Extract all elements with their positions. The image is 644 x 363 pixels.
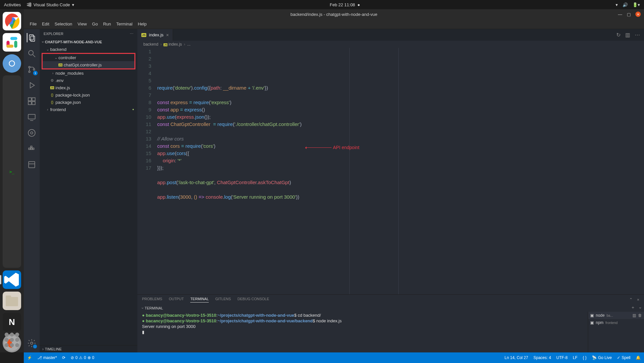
vscode-window: backend/index.js - chatgpt-with-node-and… <box>24 9 644 352</box>
tab-close[interactable]: × <box>166 33 169 37</box>
sb-sync[interactable]: ⟳ <box>62 355 65 360</box>
activity-explorer[interactable] <box>27 33 36 42</box>
battery-icon[interactable]: 🔋▾ <box>632 2 640 7</box>
activity-settings[interactable]: 1 <box>27 339 36 348</box>
timeline-header[interactable]: TIMELINE <box>40 345 137 352</box>
editor-group: JS index.js × ↻ ▥ ⋯ backend›JSindex.js›.… <box>137 29 644 352</box>
menu-help[interactable]: Help <box>135 21 149 26</box>
dock-files[interactable] <box>3 292 21 310</box>
activity-database[interactable] <box>27 160 36 169</box>
terminal-item-npm[interactable]: ▣npmfrontend <box>588 319 644 326</box>
activity-search[interactable] <box>27 49 36 58</box>
svg-rect-22 <box>28 101 31 104</box>
svg-rect-21 <box>32 98 35 101</box>
activity-gitlens[interactable] <box>27 128 36 138</box>
sb-lang[interactable]: { } <box>583 355 587 360</box>
panel-tab-problems[interactable]: PROBLEMS <box>142 297 162 302</box>
panel-maximize[interactable]: ⌃ <box>629 297 633 302</box>
activity-extensions[interactable] <box>27 97 36 106</box>
status-bar: ⚡ ⎇ master* ⟳ ⊘ 0 ⚠ 0 ⊕ 0 Ln 14, Col 27 … <box>24 352 644 363</box>
svg-rect-24 <box>28 114 35 119</box>
tree-package-json[interactable]: {}package.json <box>40 99 137 106</box>
wifi-icon[interactable]: ▾ <box>616 2 618 7</box>
breadcrumb[interactable]: backend›JSindex.js›... <box>137 41 644 48</box>
window-minimize[interactable]: — <box>618 12 622 17</box>
activity-docker[interactable] <box>27 144 36 153</box>
sb-bell[interactable]: 🔔 <box>636 355 641 360</box>
editor-more-icon[interactable]: ⋯ <box>635 32 640 38</box>
explorer-title: EXPLORER⋯ <box>40 29 137 38</box>
dock-vscode[interactable] <box>3 270 21 289</box>
panel-tabs: PROBLEMSOUTPUTTERMINALGITLENSDEBUG CONSO… <box>137 295 644 304</box>
panel-tab-gitlens[interactable]: GITLENS <box>215 297 231 302</box>
sb-remote[interactable]: ⚡ <box>27 355 32 360</box>
current-app[interactable]: Visual Studio Code ▾ <box>27 2 74 7</box>
settings-badge: 1 <box>33 344 37 348</box>
menu-view[interactable]: View <box>75 21 89 26</box>
sb-spaces[interactable]: Spaces: 4 <box>533 355 551 360</box>
tree-index-js[interactable]: JSindex.js <box>40 84 137 91</box>
terminal-item-node[interactable]: ▣nodeba...▥🗑 <box>588 312 644 319</box>
tree-controller[interactable]: ⌄ controller <box>43 54 134 61</box>
dock-terminal[interactable]: >_ <box>3 75 21 268</box>
activity-debug[interactable] <box>27 81 36 90</box>
svg-rect-32 <box>29 162 35 168</box>
terminal-kill[interactable]: 🗑 <box>638 313 642 318</box>
sb-cursor[interactable]: Ln 14, Col 27 <box>505 355 528 360</box>
activity-source-control[interactable]: 1 <box>27 65 36 74</box>
terminal-new[interactable]: ＋ <box>631 304 635 310</box>
dock-apps-grid[interactable] <box>5 333 19 347</box>
volume-icon[interactable]: 🔊 <box>623 2 628 7</box>
tree-package-lock-json[interactable]: {}package-lock.json <box>40 91 137 99</box>
svg-rect-5 <box>7 45 14 48</box>
terminal-split[interactable]: ▥ <box>632 313 636 318</box>
editor-history-icon[interactable]: ↻ <box>616 32 621 38</box>
tree--env[interactable]: ⚙.env <box>40 77 137 84</box>
menu-selection[interactable]: Selection <box>52 21 75 26</box>
editor-split-icon[interactable]: ▥ <box>625 32 630 38</box>
svg-marker-19 <box>30 83 34 88</box>
terminal-list: ＋⌄ ▣nodeba...▥🗑▣npmfrontend <box>588 312 644 352</box>
tab-index-js[interactable]: JS index.js × <box>137 29 173 41</box>
tree-frontend[interactable]: › frontend <box>40 106 137 113</box>
tree-backend[interactable]: ⌄ backend <box>40 46 137 53</box>
menu-run[interactable]: Run <box>100 21 114 26</box>
sb-spell[interactable]: ✓ Spell <box>617 355 630 360</box>
terminal-output[interactable]: ● bacancy@bacancy-Vostro-15-3510:~/proje… <box>137 312 588 352</box>
sb-golive[interactable]: 📡 Go Live <box>592 355 612 360</box>
sb-problems[interactable]: ⊘ 0 ⚠ 0 ⊕ 0 <box>71 355 94 360</box>
menu-terminal[interactable]: Terminal <box>114 21 135 26</box>
tree-chatGpt-controller-js[interactable]: JSchatGpt.controller.js <box>43 61 134 68</box>
project-header[interactable]: CHATGPT-WITH-NODE-AND-VUE <box>40 38 137 46</box>
window-title: backend/index.js - chatgpt-with-node-and… <box>290 12 377 17</box>
window-maximize[interactable]: ▢ <box>627 12 631 17</box>
tree-node_modules[interactable]: › node_modules <box>40 69 137 77</box>
explorer-menu[interactable]: ⋯ <box>130 32 133 36</box>
svg-rect-29 <box>31 148 32 150</box>
svg-rect-3 <box>10 37 17 40</box>
window-close[interactable]: ✕ <box>635 12 641 17</box>
activity-remote[interactable] <box>27 112 36 122</box>
dock-chrome[interactable] <box>3 12 21 30</box>
window-titlebar: backend/index.js - chatgpt-with-node-and… <box>24 9 644 19</box>
activities-button[interactable]: Activities <box>4 2 21 7</box>
clock[interactable]: Feb 22 11:08 ● <box>74 2 616 7</box>
code-editor[interactable]: 1234567891011121314151617 API endpoint r… <box>137 48 644 294</box>
menu-go[interactable]: Go <box>89 21 100 26</box>
terminal-section[interactable]: TERMINAL <box>137 304 644 312</box>
panel-close[interactable]: × <box>637 297 639 302</box>
dock-slack[interactable] <box>3 33 21 52</box>
dock-notion[interactable]: N <box>3 313 21 331</box>
sb-eol[interactable]: LF <box>573 355 578 360</box>
dock-chromium[interactable] <box>3 54 21 73</box>
panel-tab-terminal[interactable]: TERMINAL <box>190 297 209 302</box>
sb-encoding[interactable]: UTF-8 <box>556 355 568 360</box>
sb-branch[interactable]: ⎇ master* <box>37 355 57 360</box>
menu-file[interactable]: File <box>27 21 39 26</box>
terminal-dropdown[interactable]: ⌄ <box>638 304 642 310</box>
menu-edit[interactable]: Edit <box>39 21 52 26</box>
code-content[interactable]: API endpoint require('dotenv').config({p… <box>157 48 644 294</box>
ruler-100 <box>398 48 399 294</box>
panel-tab-output[interactable]: OUTPUT <box>169 297 184 302</box>
panel-tab-debug-console[interactable]: DEBUG CONSOLE <box>237 297 269 302</box>
